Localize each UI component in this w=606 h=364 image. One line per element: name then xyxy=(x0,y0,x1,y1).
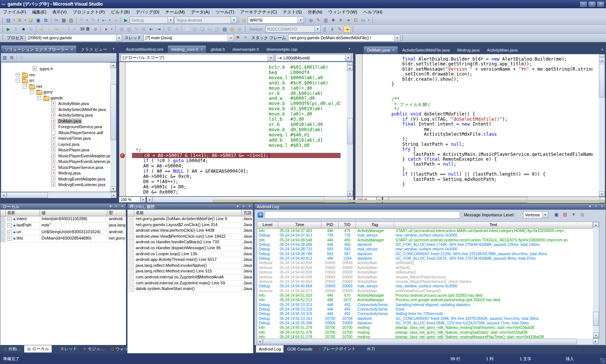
callstack-frame-0[interactable]: →net.gorry.gamdx.DoMain.doSelectMdxFile(… xyxy=(127,216,253,222)
dock-tab-Android Log[interactable]: Android Log xyxy=(256,345,284,353)
callstack-frame-7[interactable]: android.app.ActivityThread.main() Line 5… xyxy=(127,257,253,263)
menu-item-12[interactable]: ウィンドウ(W) xyxy=(325,8,360,16)
callstack-frame-10[interactable]: com.android.internal.os.ZygoteInit$Metho… xyxy=(127,275,253,281)
flag-red-icon[interactable]: ⚑ xyxy=(234,34,242,41)
menu-item-3[interactable]: プロジェクト(P) xyxy=(70,8,108,16)
menu-item-6[interactable]: チーム(M) xyxy=(162,8,188,16)
chevron-down-icon[interactable]: ▼ xyxy=(298,17,304,23)
expand-icon[interactable]: + xyxy=(7,230,12,234)
locals-row-lastPath[interactable]: + ◆ lastPathmdx"java.lang xyxy=(0,223,126,229)
new-file-icon-dropdown[interactable]: ▾ xyxy=(12,19,16,22)
platform-combo[interactable]: Tegra-Android▼ xyxy=(174,16,237,24)
expand-icon[interactable]: + xyxy=(7,223,12,228)
column-header-gutter[interactable] xyxy=(127,210,134,216)
splitter-handle[interactable] xyxy=(347,62,353,65)
expand-icon[interactable]: + xyxy=(7,217,12,221)
clear-log-icon[interactable]: ▤ xyxy=(562,211,569,218)
tab-overflow-icon[interactable]: ▾ xyxy=(113,47,114,50)
toolbar-grip[interactable] xyxy=(372,17,373,23)
resize-grip[interactable] xyxy=(600,358,605,363)
properties-window-icon[interactable]: ▤ xyxy=(1,54,8,61)
dock-tab-ローカル[interactable]: ▤ローカル xyxy=(24,345,52,353)
chevron-down-icon[interactable]: ▼ xyxy=(167,17,173,23)
locals-row-intent[interactable]: + ◆ intentIntent(id=830031100288)android… xyxy=(0,216,126,223)
new-horizontal-group-icon[interactable]: ▭ xyxy=(184,26,191,33)
right-doc-tab-3[interactable]: ActivityMain.java xyxy=(483,46,521,54)
undo-icon-dropdown[interactable]: ▾ xyxy=(86,19,89,22)
toolbar-grip[interactable] xyxy=(244,26,246,32)
bookmark-gold-icon[interactable]: ▤ xyxy=(228,26,236,33)
log-row-17[interactable]: Debug05-24 14:55:10.318446492Connectivit… xyxy=(257,307,593,312)
watch-icon[interactable]: ◔ xyxy=(71,26,78,33)
tree-item-res[interactable]: +res xyxy=(1,72,116,78)
log-row-19[interactable]: Debug05-24 14:55:13.1632070020704dalvikv… xyxy=(257,317,593,321)
flag-gray-icon[interactable]: ⚑ xyxy=(242,34,249,41)
log-search-input[interactable] xyxy=(264,211,460,219)
menu-item-0[interactable]: ファイル(F) xyxy=(0,8,29,16)
callstack-frame-2[interactable]: android.view.View.performClick() Line 44… xyxy=(127,228,253,234)
column-header-言語[interactable]: 言語 xyxy=(242,210,253,216)
bookmark-blue-icon[interactable]: ▤ xyxy=(221,26,228,33)
menu-item-9[interactable]: アーキテクチャ(C) xyxy=(237,8,280,16)
tree-expander-icon[interactable]: + xyxy=(16,73,20,77)
step-out-icon[interactable]: ↑ xyxy=(60,26,67,33)
add-item-icon[interactable]: ⊞ xyxy=(16,17,23,24)
close-icon[interactable]: × xyxy=(247,204,252,209)
callstack-header[interactable]: 呼び出し履歴 ▾ ⊦ × xyxy=(127,204,253,210)
log-row-10[interactable]: Verbose05-24 14:54:40.8382066920669Activ… xyxy=(257,275,593,280)
callstack-frame-9[interactable]: java.lang.reflect.Method.invoke() Line 5… xyxy=(127,269,253,275)
log-row-14[interactable]: Info05-24 14:54:51.818446670ActivityMana… xyxy=(257,293,593,298)
tree-item-gamdx[interactable]: −gamdx xyxy=(1,95,116,101)
column-header-値[interactable]: 値 xyxy=(40,210,107,216)
tree-item-ForegroundService.java[interactable]: JForegroundService.java xyxy=(1,124,116,130)
device-combo[interactable]: R32CC00MSYD▼ xyxy=(265,25,321,33)
menu-item-5[interactable]: デバッグ(D) xyxy=(133,8,162,16)
log-row-2[interactable]: Info05-24 14:54:38.548446456ActivityMana… xyxy=(257,238,593,243)
uncomment-icon[interactable]: ▥ xyxy=(125,26,132,33)
tree-expander-icon[interactable]: − xyxy=(16,78,20,83)
tree-item-Layout.java[interactable]: JLayout.java xyxy=(1,142,116,147)
log-vscrollbar[interactable]: ▲ ▼ xyxy=(593,222,599,338)
show-all-files-icon[interactable]: ⧉ xyxy=(8,54,15,61)
close-icon[interactable]: × xyxy=(600,204,605,209)
find-in-files-icon[interactable]: ◎ xyxy=(307,17,314,24)
log-row-12[interactable]: Debug05-24 14:54:40.8682066920669mali_wi… xyxy=(257,284,593,289)
scroll-thumb[interactable] xyxy=(347,118,353,144)
scroll-thumb[interactable] xyxy=(7,192,48,198)
device-connect-icon[interactable]: ➔ xyxy=(344,26,351,33)
code-area[interactable]: final AlertDialog.Builder bldr = new Ale… xyxy=(356,54,599,197)
browser-icon-dropdown[interactable]: ▾ xyxy=(367,19,370,22)
scroll-left-icon[interactable]: ◄ xyxy=(257,339,262,344)
dock-tab-ウォッ…[interactable]: ◫ウォッ… xyxy=(108,345,135,352)
window-menu-icon[interactable]: ▾ xyxy=(588,204,593,209)
line-numbers-icon[interactable]: ≡ xyxy=(173,26,180,33)
chevron-down-icon[interactable]: ▼ xyxy=(228,35,234,41)
column-header-Level[interactable]: Level xyxy=(257,222,278,229)
locals-row-this[interactable]: + ◆ thisDoMain(id=830028544880)net.gorry xyxy=(0,236,126,242)
column-header-PID[interactable]: PID xyxy=(322,222,339,229)
dock-splitter[interactable] xyxy=(213,200,605,202)
menu-item-13[interactable]: ヘルプ(H) xyxy=(360,8,385,16)
menu-item-11[interactable]: 分析(N) xyxy=(305,8,325,16)
solution-tab-1[interactable]: クラス ビュー xyxy=(77,46,110,53)
scroll-down-icon[interactable]: ▼ xyxy=(593,333,599,338)
step-into-icon[interactable]: ↓ xyxy=(45,26,52,33)
callstack-frame-8[interactable]: java.lang.reflect.Method.invokeNative()J… xyxy=(127,263,253,269)
extension-manager-icon[interactable]: ❖ xyxy=(330,17,337,24)
tree-item-gorry[interactable]: −gorry xyxy=(1,89,116,95)
chevron-down-icon[interactable]: ▼ xyxy=(542,212,548,218)
tree-item-MusicPlayerEventAdapter.java[interactable]: JMusicPlayerEventAdapter.java xyxy=(1,153,116,159)
hex-icon[interactable]: ♯ xyxy=(92,26,99,33)
tree-item-MusicPlayer.java[interactable]: JMusicPlayer.java xyxy=(1,147,116,153)
toolbar-grip[interactable] xyxy=(2,26,3,32)
start-page-icon[interactable]: ➔ xyxy=(345,17,352,24)
close-tab-icon[interactable]: × xyxy=(71,47,73,52)
process-combo[interactable]: [20669] net.gorry.gamdx▼ xyxy=(26,34,122,41)
tree-item-net[interactable]: −net xyxy=(1,84,116,89)
start-debug-icon[interactable]: ▶ xyxy=(122,17,129,24)
log-row-7[interactable]: Verbose05-24 14:54:40.8382066920669Activ… xyxy=(257,261,593,265)
callstack-frame-5[interactable]: android.os.Handler.dispatchMessage() Lin… xyxy=(127,246,253,252)
scroll-thumb[interactable] xyxy=(110,84,116,140)
member-combo[interactable]: ≡ ◆ L000d84(void)▼ xyxy=(276,54,351,61)
breakpoints-icon-dropdown[interactable]: ▾ xyxy=(110,28,113,31)
